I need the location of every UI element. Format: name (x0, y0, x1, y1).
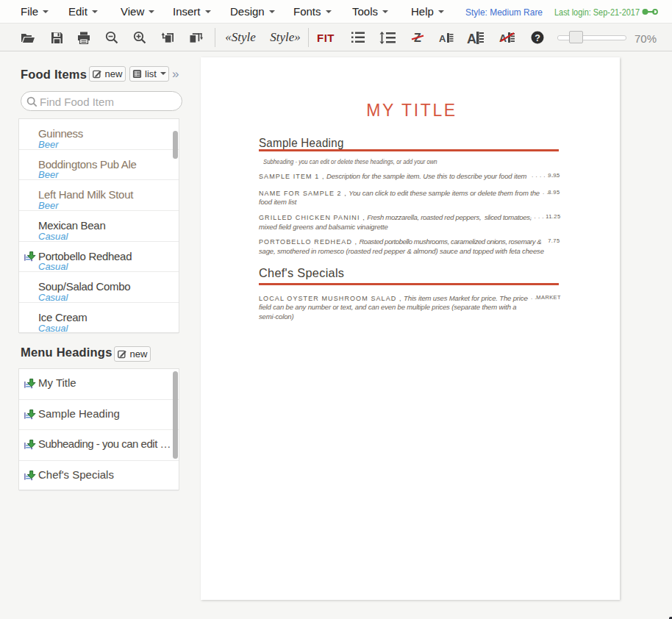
svg-text:?: ? (535, 33, 540, 43)
svg-text:A: A (467, 32, 476, 44)
svg-text:A: A (439, 33, 446, 43)
